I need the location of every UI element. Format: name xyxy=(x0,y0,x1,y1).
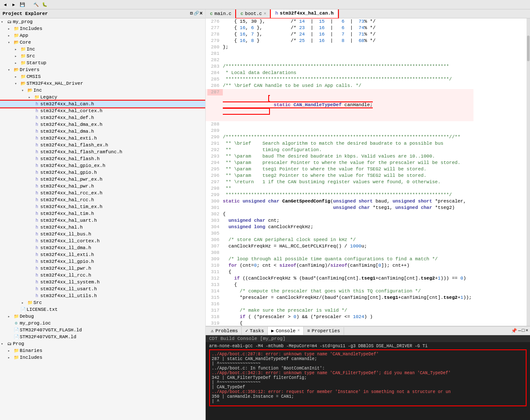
file-h-icon-ll-gpio: h xyxy=(33,259,40,265)
tree-item-hal-dma-h[interactable]: h stm32f4xx_hal_dma.h xyxy=(0,128,205,135)
tree-item-hal-rcc-ex-h[interactable]: h stm32f4xx_hal_rcc_ex.h xyxy=(0,190,205,197)
tab-main-c[interactable]: c main.c xyxy=(206,9,236,18)
code-line-310: 310 for (cnt=0; cnt < sizeof(canTiming)/… xyxy=(206,262,473,269)
main-toolbar[interactable]: ◀ ▶ 💾 🔨 🐛 xyxy=(0,0,530,9)
tree-item-hal-gpio-h[interactable]: h stm32f4xx_hal_gpio.h xyxy=(0,169,205,176)
code-line-281: 281 xyxy=(206,51,473,57)
tree-item-hal-can-h[interactable]: h stm32f4xx_hal_can.h xyxy=(0,101,205,107)
tab-problems[interactable]: ⚠ Problems xyxy=(207,327,242,335)
tree-item-ioc[interactable]: ⚙ my_prog.ioc xyxy=(0,320,205,327)
tree-item-hal-flash-h[interactable]: h stm32f4xx_hal_flash.h xyxy=(0,155,205,162)
tree-item-ll-cortex-h[interactable]: h stm32f4xx_ll_cortex.h xyxy=(0,238,205,244)
file-h-icon-ll-cortex: h xyxy=(33,238,40,244)
tree-item-hal-driver[interactable]: ▾ 📂 STM32F4xx_HAL_Driver xyxy=(0,80,205,87)
tree-item-flash-ld[interactable]: 📄 STM32F407VGTX_FLASH.ld xyxy=(0,327,205,334)
editor-scrollbar[interactable] xyxy=(527,18,530,326)
bottom-maximize-icon[interactable]: □ xyxy=(522,328,525,334)
sidebar-close-icon[interactable]: × xyxy=(200,11,203,17)
tree-item-debug[interactable]: ▸ 📁 Debug xyxy=(0,313,205,320)
tree-item-hal-h[interactable]: h stm32f4xx_hal.h xyxy=(0,224,205,231)
tasks-icon: ✓ xyxy=(245,328,248,334)
tab-boot-c[interactable]: c boot.c × xyxy=(236,9,271,18)
code-editor[interactable]: 276 { 15, 30 }, /* 14 | 15 | 6 | 73% */ … xyxy=(206,18,530,326)
label-hal-uart-h: stm32f4xx_hal_uart.h xyxy=(40,218,205,223)
tree-item-cmsis[interactable]: ▸ 📁 CMSIS xyxy=(0,73,205,80)
tree-item-hal-cortex-h[interactable]: h stm32f4xx_hal_cortex.h xyxy=(0,107,205,114)
editor-scrollbar-thumb[interactable] xyxy=(527,36,530,61)
code-line-276: 276 { 15, 30 }, /* 14 | 15 | 6 | 73% */ xyxy=(206,18,473,25)
tree-item-hal-tim-h[interactable]: h stm32f4xx_hal_tim.h xyxy=(0,210,205,217)
label-hal-src: Src xyxy=(33,300,205,305)
tree-item-hal-pwr-ex-h[interactable]: h stm32f4xx_hal_pwr_ex.h xyxy=(0,176,205,183)
bottom-close-icon[interactable]: × xyxy=(525,328,528,334)
tab-console[interactable]: ▶ Console × xyxy=(268,327,304,335)
tree-item-hal-dma-ex-h[interactable]: h stm32f4xx_hal_dma_ex.h xyxy=(0,121,205,128)
tree-item-ll-pwr-h[interactable]: h stm32f4xx_ll_pwr.h xyxy=(0,265,205,272)
tree-item-ll-exti-h[interactable]: h stm32f4xx_ll_exti.h xyxy=(0,251,205,258)
console-error-line-3: ../App/boot.c:350:12: error: request for… xyxy=(212,390,524,394)
tree-item-app[interactable]: ▸ 📁 App xyxy=(0,32,205,39)
code-line-297: 297 ** \return 1 if the CAN bustiming re… xyxy=(206,179,473,185)
tree-item-hal-gpio-ex-h[interactable]: h stm32f4xx_hal_gpio_ex.h xyxy=(0,162,205,169)
tree-item-hal-uart-h[interactable]: h stm32f4xx_hal_uart.h xyxy=(0,217,205,224)
toolbar-icon-back[interactable]: ◀ xyxy=(2,1,9,8)
tree-item-src[interactable]: ▸ 📁 Src xyxy=(0,53,205,60)
tree-item-hal-def-h[interactable]: h stm32f4xx_hal_def.h xyxy=(0,114,205,121)
tree-item-hal-tim-ex-h[interactable]: h stm32f4xx_hal_tim_ex.h xyxy=(0,203,205,210)
tab-properties[interactable]: ≡ Properties xyxy=(304,327,344,335)
tree-item-ll-utils-h[interactable]: h stm32f4xx_ll_utils.h xyxy=(0,292,205,299)
tree-item-includes-root[interactable]: ▸ 📁 Includes xyxy=(0,25,205,32)
file-txt-icon: 📄 xyxy=(20,307,27,313)
tree-item-hal-exti-h[interactable]: h stm32f4xx_hal_exti.h xyxy=(0,135,205,142)
tree-item-inc[interactable]: ▸ 📁 Inc xyxy=(0,46,205,53)
tree-item-ll-gpio-h[interactable]: h stm32f4xx_ll_gpio.h xyxy=(0,258,205,265)
tree-item-legacy[interactable]: ▸ 📁 Legacy xyxy=(0,94,205,101)
tree-item-ll-dma-h[interactable]: h stm32f4xx_ll_dma.h xyxy=(0,244,205,251)
toolbar-icon-save[interactable]: 💾 xyxy=(19,1,26,8)
tree-item-license[interactable]: 📄 LICENSE.txt xyxy=(0,306,205,313)
tree-item-ll-rcc-h[interactable]: h stm32f4xx_ll_rcc.h xyxy=(0,272,205,279)
folder-icon-hal-driver: 📂 xyxy=(20,80,27,86)
editor-container: c main.c c boot.c × h stm32f4xx_hal_can.… xyxy=(206,9,530,420)
tree-item-hal-inc[interactable]: ▾ 📂 Inc xyxy=(0,87,205,94)
file-h-icon-ll-system: h xyxy=(33,279,40,285)
tab-label-tasks: Tasks xyxy=(250,328,264,334)
tree-item-startup[interactable]: ▸ 📁 Startup xyxy=(0,60,205,66)
tree-item-ll-system-h[interactable]: h stm32f4xx_ll_system.h xyxy=(0,279,205,286)
file-h-icon-ll-pwr: h xyxy=(33,265,40,271)
collapse-all-icon[interactable]: ⊟ xyxy=(190,11,193,17)
tree-item-ll-bus-h[interactable]: h stm32f4xx_ll_bus.h xyxy=(0,231,205,238)
file-h-icon-gpio-ex: h xyxy=(33,163,40,169)
link-editor-icon[interactable]: 🔗 xyxy=(194,11,199,17)
tab-close-console[interactable]: × xyxy=(297,328,300,333)
tab-hal-can-h[interactable]: h stm32f4xx_hal_can.h xyxy=(271,9,338,18)
tree-item-drivers[interactable]: ▾ 📂 Drivers xyxy=(0,66,205,73)
code-content-area[interactable]: 276 { 15, 30 }, /* 14 | 15 | 6 | 73% */ … xyxy=(206,18,527,326)
tree-item-prog[interactable]: ▾ 🗂 Prog xyxy=(0,340,205,347)
tab-tasks[interactable]: ✓ Tasks xyxy=(242,327,268,335)
bottom-panel-icons[interactable]: 📌 — □ × xyxy=(511,328,528,334)
console-output[interactable]: arm-none-eabi-gcc -M4 -mthumb -MepuCore=… xyxy=(206,342,530,420)
bottom-minimize-icon[interactable]: — xyxy=(518,328,521,334)
tree-item-hal-flash-ramfunc-h[interactable]: h stm32f4xx_hal_flash_ramfunc.h xyxy=(0,149,205,155)
tree-item-includes-prog[interactable]: ▸ 📁 Includes xyxy=(0,354,205,361)
tree-item-hal-pwr-h[interactable]: h stm32f4xx_hal_pwr.h xyxy=(0,183,205,190)
tab-close-boot-c[interactable]: × xyxy=(264,12,266,16)
toolbar-icon-build[interactable]: 🔨 xyxy=(33,1,39,8)
tab-label-problems: Problems xyxy=(216,328,238,334)
tree-item-ll-usart-h[interactable]: h stm32f4xx_ll_usart.h xyxy=(0,286,205,292)
tree-item-core[interactable]: ▾ 📂 Core xyxy=(0,39,205,46)
tree-item-binaries[interactable]: ▸ 📁 Binaries xyxy=(0,347,205,354)
toolbar-icon-debug[interactable]: 🐛 xyxy=(41,1,48,8)
sidebar-header-icons[interactable]: ⊟ 🔗 × xyxy=(190,11,203,17)
code-line-302: 302 { xyxy=(206,211,473,217)
tree-item-hal-rcc-h[interactable]: h stm32f4xx_hal_rcc.h xyxy=(0,197,205,203)
tree-item-my-prog[interactable]: ▾ 🗂 my_prog xyxy=(0,18,205,25)
bottom-pin-icon[interactable]: 📌 xyxy=(511,328,517,334)
console-error-line-2: ../App/boot.c:342:3: error: unknown type… xyxy=(212,371,524,375)
toolbar-icon-forward[interactable]: ▶ xyxy=(10,1,17,8)
tree-item-hal-flash-ex-h[interactable]: h stm32f4xx_hal_flash_ex.h xyxy=(0,142,205,149)
tree-item-hal-src[interactable]: ▸ 📁 Src xyxy=(0,299,205,306)
label-hal-dma-ex-h: stm32f4xx_hal_dma_ex.h xyxy=(40,122,205,127)
tree-item-ram-ld[interactable]: 📄 STM32F407VGTX_RAM.ld xyxy=(0,334,205,340)
